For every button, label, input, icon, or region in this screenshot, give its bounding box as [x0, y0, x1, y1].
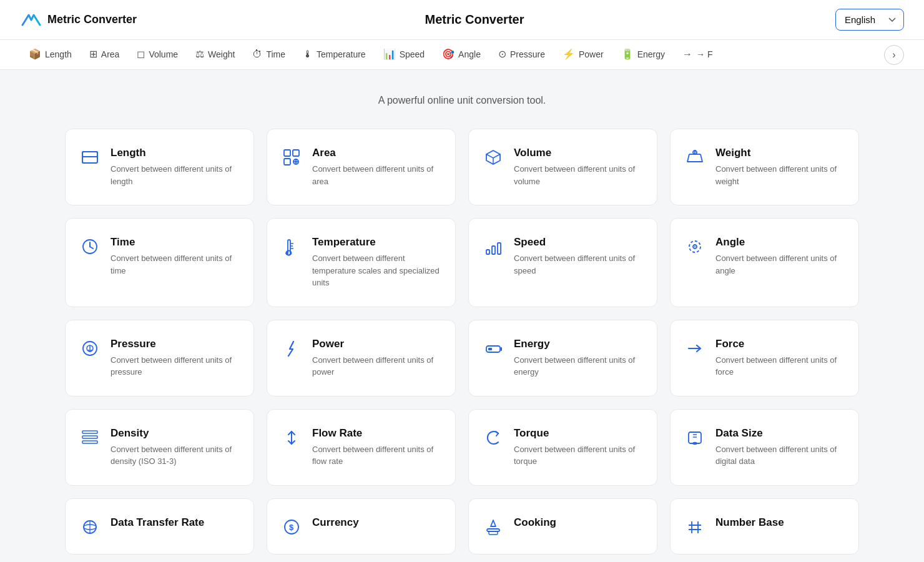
- svg-rect-36: [82, 436, 97, 438]
- svg-marker-50: [491, 520, 496, 526]
- card-title-density: Density: [111, 427, 238, 440]
- svg-rect-49: [489, 531, 498, 535]
- nav-item-energy[interactable]: 🔋Energy: [612, 40, 674, 70]
- svg-rect-23: [492, 246, 495, 254]
- card-title-numberbase: Number Base: [715, 516, 843, 529]
- card-temperature[interactable]: TemperatureConvert between different tem…: [267, 218, 456, 307]
- svg-rect-35: [82, 431, 97, 433]
- volume-icon: [484, 148, 503, 171]
- language-selector-wrap: English 中文 Español Français Deutsch: [792, 9, 904, 31]
- svg-text:$: $: [289, 523, 294, 532]
- nav-item-speed[interactable]: 📊Speed: [375, 40, 433, 70]
- card-title-time: Time: [111, 236, 238, 249]
- card-density[interactable]: DensityConvert between different units o…: [65, 409, 254, 486]
- svg-rect-33: [488, 348, 492, 350]
- logo-area: Metric Converter: [20, 9, 157, 31]
- card-pressure[interactable]: PressureConvert between different units …: [65, 320, 254, 397]
- nav-icon-speed: 📊: [383, 48, 396, 60]
- svg-rect-5: [284, 150, 290, 156]
- length-icon: [81, 148, 99, 171]
- card-title-temperature: Temperature: [312, 236, 440, 249]
- card-title-angle: Angle: [715, 236, 843, 249]
- nav-item-pressure[interactable]: ⊙Pressure: [489, 40, 554, 70]
- svg-rect-6: [293, 150, 299, 156]
- card-title-area: Area: [312, 147, 440, 159]
- card-desc-power: Convert between different units of power: [312, 354, 440, 378]
- currency-icon: $: [282, 518, 301, 541]
- svg-rect-39: [689, 432, 701, 443]
- card-title-weight: Weight: [715, 147, 843, 159]
- card-desc-temperature: Convert between different temperature sc…: [312, 252, 440, 289]
- card-title-speed: Speed: [514, 236, 642, 249]
- card-numberbase[interactable]: Number Base: [670, 498, 859, 555]
- card-speed[interactable]: SpeedConvert between different units of …: [468, 218, 657, 307]
- nav-item-power[interactable]: ⚡Power: [554, 40, 612, 70]
- nav-icon-power: ⚡: [563, 48, 575, 60]
- header-title: Metric Converter: [157, 12, 792, 27]
- card-energy[interactable]: EnergyConvert between different units of…: [468, 320, 657, 397]
- nav-item-weight[interactable]: ⚖Weight: [187, 40, 243, 70]
- speed-icon: [484, 237, 503, 260]
- card-power[interactable]: PowerConvert between different units of …: [267, 320, 456, 397]
- card-desc-flowrate: Convert between different units of flow …: [312, 443, 440, 468]
- card-flowrate[interactable]: Flow RateConvert between different units…: [267, 409, 456, 486]
- nav-item-area[interactable]: ⊞Area: [81, 40, 129, 70]
- nav-item-time[interactable]: ⏱Time: [243, 40, 294, 70]
- nav-icon-length: 📦: [29, 48, 41, 60]
- card-currency[interactable]: $Currency: [267, 498, 456, 555]
- angle-icon: [686, 237, 704, 260]
- language-select[interactable]: English 中文 Español Français Deutsch: [835, 9, 904, 31]
- density-icon: [81, 428, 99, 451]
- nav-icon-energy: 🔋: [621, 48, 634, 60]
- cooking-icon: [484, 518, 503, 541]
- card-force[interactable]: ForceConvert between different units of …: [670, 320, 859, 397]
- nav-item-temperature[interactable]: 🌡Temperature: [294, 40, 375, 70]
- card-length[interactable]: LengthConvert between different units of…: [65, 129, 254, 205]
- nav-more-button[interactable]: ›: [884, 45, 904, 65]
- page-subtitle: A powerful online unit conversion tool.: [65, 95, 859, 106]
- card-desc-pressure: Convert between different units of press…: [111, 354, 238, 378]
- svg-rect-24: [498, 243, 501, 254]
- card-desc-area: Convert between different units of area: [312, 163, 440, 187]
- card-desc-angle: Convert between different units of angle: [715, 252, 843, 277]
- card-desc-volume: Convert between different units of volum…: [514, 163, 642, 187]
- card-desc-torque: Convert between different units of torqu…: [514, 443, 642, 468]
- nav-icon-time: ⏱: [252, 49, 262, 60]
- card-desc-time: Convert between different units of time: [111, 252, 238, 277]
- card-angle[interactable]: AngleConvert between different units of …: [670, 218, 859, 307]
- nav-item-length[interactable]: 📦Length: [20, 40, 81, 70]
- svg-rect-7: [284, 159, 290, 165]
- svg-rect-4: [82, 152, 97, 157]
- card-title-pressure: Pressure: [111, 338, 238, 350]
- nav-icon-temperature: 🌡: [303, 49, 313, 60]
- logo-text: Metric Converter: [47, 13, 137, 26]
- nav-icon-angle: 🎯: [442, 48, 455, 60]
- nav-item--f[interactable]: →→ F: [674, 40, 721, 70]
- card-cooking[interactable]: Cooking: [468, 498, 657, 555]
- energy-icon: [484, 339, 503, 362]
- area-icon: [282, 148, 301, 171]
- card-weight[interactable]: WeightConvert between different units of…: [670, 129, 859, 205]
- card-torque[interactable]: TorqueConvert between different units of…: [468, 409, 657, 486]
- weight-icon: [686, 148, 704, 171]
- card-volume[interactable]: VolumeConvert between different units of…: [468, 129, 657, 205]
- card-title-force: Force: [715, 338, 843, 350]
- card-time[interactable]: TimeConvert between different units of t…: [65, 218, 254, 307]
- nav-item-volume[interactable]: ◻Volume: [128, 40, 187, 70]
- svg-rect-2: [82, 152, 97, 163]
- card-desc-length: Convert between different units of lengt…: [111, 163, 238, 187]
- card-title-cooking: Cooking: [514, 516, 642, 529]
- torque-icon: [484, 428, 503, 451]
- card-title-volume: Volume: [514, 147, 642, 159]
- nav-icon-area: ⊞: [89, 48, 97, 60]
- nav-item-angle[interactable]: 🎯Angle: [433, 40, 489, 70]
- logo-icon: [20, 9, 42, 31]
- card-datatransfer[interactable]: Data Transfer Rate: [65, 498, 254, 555]
- card-datasize[interactable]: Data SizeConvert between different units…: [670, 409, 859, 486]
- datasize-icon: [686, 428, 704, 451]
- svg-rect-22: [486, 250, 489, 254]
- card-area[interactable]: AreaConvert between different units of a…: [267, 129, 456, 205]
- power-icon: [282, 339, 301, 362]
- nav-icon-pressure: ⊙: [498, 48, 506, 60]
- card-title-power: Power: [312, 338, 440, 350]
